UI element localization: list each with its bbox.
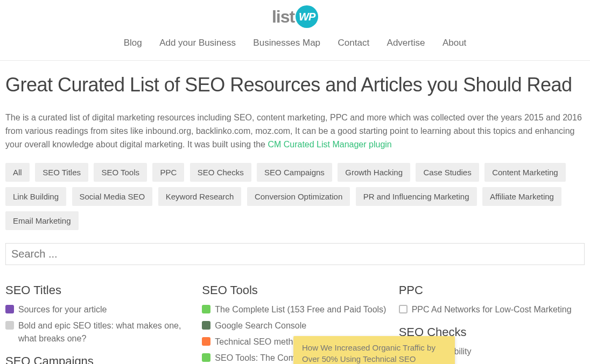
list-item[interactable]: Google Search Console	[202, 318, 388, 334]
nav-about[interactable]: About	[443, 38, 466, 48]
section-heading: SEO Titles	[5, 283, 191, 297]
list-item[interactable]: Sources for your article	[5, 302, 191, 318]
shield-icon	[202, 321, 210, 330]
resource-columns: SEO Titles Sources for your article Bold…	[5, 276, 585, 364]
search-container	[5, 243, 585, 265]
filter-content-marketing[interactable]: Content Marketing	[484, 163, 566, 182]
top-nav: Blog Add your Business Businesses Map Co…	[0, 28, 590, 60]
filter-seo-titles[interactable]: SEO Titles	[35, 163, 88, 182]
filter-social-media-seo[interactable]: Social Media SEO	[72, 187, 153, 206]
filter-email-marketing[interactable]: Email Marketing	[5, 211, 79, 230]
nav-businesses-map[interactable]: Businesses Map	[253, 38, 320, 48]
item-text: PPC Ad Networks for Low-Cost Marketing	[412, 303, 572, 316]
filter-ppc[interactable]: PPC	[152, 163, 184, 182]
filter-growth-hacking[interactable]: Growth Hacking	[338, 163, 410, 182]
crown-icon	[5, 305, 14, 313]
circle-icon	[202, 305, 210, 313]
search-input[interactable]	[5, 243, 585, 265]
filter-affiliate-marketing[interactable]: Affiliate Marketing	[482, 187, 561, 206]
item-text: The Complete List (153 Free and Paid Too…	[215, 303, 386, 316]
filter-seo-campaigns[interactable]: SEO Campaigns	[257, 163, 332, 182]
section-heading: SEO Campaigns	[5, 354, 191, 364]
site-header: list WP Blog Add your Business Businesse…	[0, 0, 590, 61]
category-filters: All SEO Titles SEO Tools PPC SEO Checks …	[5, 163, 585, 235]
filter-all[interactable]: All	[5, 163, 30, 182]
site-logo[interactable]: list WP	[272, 5, 318, 28]
item-text: Google Search Console	[215, 319, 306, 332]
filter-case-studies[interactable]: Case Studies	[416, 163, 479, 182]
filter-conversion-optimization[interactable]: Conversion Optimization	[247, 187, 350, 206]
section-heading: PPC	[399, 283, 585, 297]
section-heading: SEO Tools	[202, 283, 388, 297]
item-text: Sources for your article	[18, 303, 107, 316]
ring-icon	[399, 305, 408, 313]
list-item[interactable]: The Complete List (153 Free and Paid Too…	[202, 302, 388, 318]
filter-link-building[interactable]: Link Building	[5, 187, 66, 206]
page-title: Great Curated List of SEO Resources and …	[5, 74, 585, 96]
list-item[interactable]: PPC Ad Networks for Low-Cost Marketing	[399, 302, 585, 318]
logo-badge: WP	[296, 5, 318, 28]
intro-paragraph: The is a curated list of digital marketi…	[5, 111, 585, 151]
list-item[interactable]: Bold and epic SEO titles: what makes one…	[5, 318, 191, 347]
nav-advertise[interactable]: Advertise	[387, 38, 425, 48]
hubspot-icon	[202, 337, 210, 346]
section-ppc: PPC PPC Ad Networks for Low-Cost Marketi…	[399, 283, 585, 318]
filter-seo-checks[interactable]: SEO Checks	[190, 163, 251, 182]
section-seo-titles: SEO Titles Sources for your article Bold…	[5, 283, 191, 347]
main-content: Great Curated List of SEO Resources and …	[0, 61, 590, 364]
globe-icon	[5, 321, 14, 330]
filter-pr-influencing[interactable]: PR and Influencing Marketing	[356, 187, 477, 206]
nav-blog[interactable]: Blog	[124, 38, 142, 48]
item-text: Bold and epic SEO titles: what makes one…	[18, 319, 191, 345]
filter-keyword-research[interactable]: Keyword Research	[158, 187, 242, 206]
logo-text-left: list	[272, 7, 294, 27]
filter-seo-tools[interactable]: SEO Tools	[94, 163, 147, 182]
circle-icon	[202, 353, 210, 362]
section-seo-campaigns: SEO Campaigns SEO Campaign Blueprint The…	[5, 354, 191, 364]
nav-contact[interactable]: Contact	[338, 38, 370, 48]
intro-plugin-link[interactable]: CM Curated List Manager plugin	[268, 140, 391, 149]
nav-add-business[interactable]: Add your Business	[159, 38, 236, 48]
hover-tooltip: How We Increased Organic Traffic by Over…	[293, 336, 455, 364]
column-1: SEO Titles Sources for your article Bold…	[5, 276, 191, 364]
